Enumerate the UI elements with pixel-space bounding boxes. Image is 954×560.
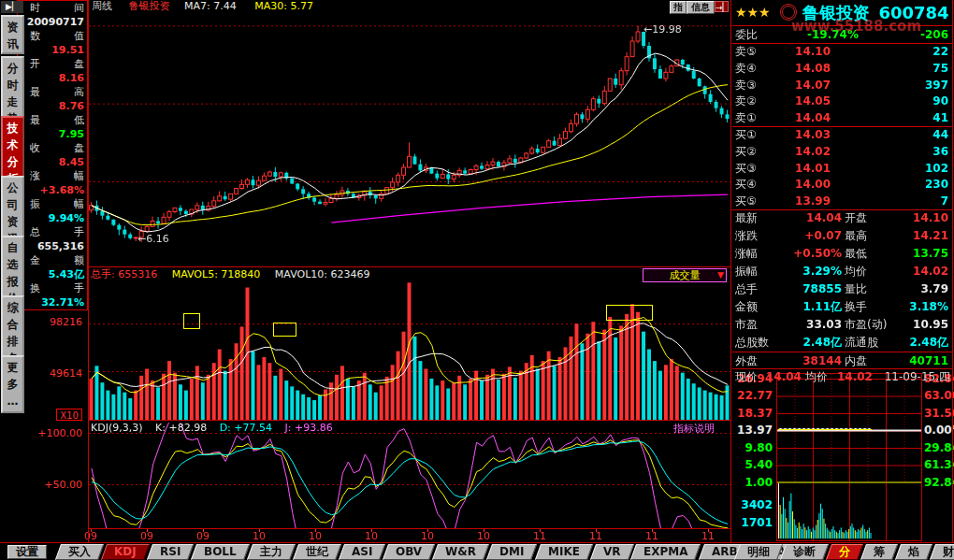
mini-price-label: 13.97 [732, 424, 773, 437]
volume-pane-header: 总手: 655316 MAVOL5: 718840 MAVOL10: 62346… [91, 268, 633, 280]
stats-value-right: 10.95 [913, 316, 948, 334]
info-value-7: +3.68% [18, 183, 87, 197]
order-book-level-label: 卖③ [735, 77, 757, 93]
x-axis-label: 10 [416, 530, 439, 542]
settings-button[interactable]: 设置 [7, 545, 47, 559]
info-value-4: 8.76 [18, 99, 87, 113]
indicator-tab-rsi[interactable]: RSI [147, 544, 195, 560]
indicator-tab-mike[interactable]: MIKE [535, 544, 593, 560]
detail-tab-1[interactable]: 明细 [734, 544, 783, 560]
collapse-sidebar-button[interactable]: ▶▏ [1, 1, 23, 13]
indicator-tab-bar: 设置买入KDJRSIBOLL主力世纪ASIOBVW&RDMIMIKEVREXPM… [7, 544, 808, 560]
stats-row: 总手78855量比3.79 [732, 280, 952, 298]
mini-percent-label: 31.50% [924, 408, 954, 420]
x-axis-label: 09 [192, 530, 214, 542]
info-label-10: 金额 [18, 253, 87, 267]
indicator-tab-主力[interactable]: 主力 [247, 544, 296, 560]
detail-tab-4[interactable]: 筹 [860, 544, 898, 560]
kdj-axis-label-50: +50.00 [13, 479, 82, 491]
stats-row: 总股数2.48亿流通股2.48亿 [732, 334, 952, 352]
candlestick-chart[interactable] [89, 13, 730, 266]
x-axis-label: 11 [528, 530, 551, 542]
order-book-row[interactable]: 买⑤13.997 [732, 193, 952, 209]
indicator-tab-boll[interactable]: BOLL [191, 544, 250, 560]
info-button[interactable]: 信息 [687, 1, 715, 14]
detail-tab-5[interactable]: 焰 [895, 544, 932, 560]
stats-value-right: 13.75 [913, 245, 948, 263]
order-book-level-label: 买② [735, 143, 757, 160]
info-value-3: 8.16 [18, 71, 87, 85]
spot-price-label: 现价 [735, 369, 758, 385]
kdj-chart[interactable] [89, 423, 730, 529]
stock-name-label: 鲁银投资 [129, 0, 170, 12]
volume-chart[interactable] [89, 280, 730, 420]
mavol5-label: MAVOL5: 718840 [172, 268, 261, 280]
order-book-row[interactable]: 卖③14.07397 [732, 77, 952, 93]
indicator-tab-asi[interactable]: ASI [339, 544, 386, 560]
order-book-volume: 230 [925, 176, 948, 193]
order-book-row[interactable]: 买③14.01102 [732, 160, 952, 177]
indicator-tab-世纪[interactable]: 世纪 [293, 544, 341, 560]
stats-row: 市盈33.03市盈(动)10.95 [732, 316, 952, 334]
x-axis-label: 11 [585, 530, 607, 542]
stats-value-left: 14.04 [781, 209, 842, 227]
order-book-level-label: 卖④ [735, 60, 757, 77]
mini-price-label: 22.77 [732, 390, 773, 402]
detail-tab-2[interactable]: 诊断 [780, 544, 829, 560]
sidebar-item-7[interactable]: 更多… [1, 355, 24, 413]
order-book-level-label: 买⑤ [735, 193, 757, 209]
detail-tab-bar: 明细诊断分筹焰财务 [737, 544, 954, 560]
intraday-mini-chart[interactable] [776, 373, 922, 541]
order-book-row[interactable]: 卖④14.0875 [732, 60, 952, 77]
indicator-help-link[interactable]: 指标说明 [673, 422, 715, 436]
mini-percent-label: 0.00% [924, 424, 954, 437]
order-book-volume: 44 [932, 126, 948, 143]
vol-scale-badge: X10 [56, 409, 82, 421]
order-book-row[interactable]: 买④14.00230 [732, 176, 952, 193]
stats-label-right: 最低 [845, 245, 867, 263]
stats-label-right: 均价 [845, 263, 867, 280]
indicator-tab-dmi[interactable]: DMI [486, 544, 538, 560]
x-axis-label: 09 [80, 530, 102, 542]
stats-row: 振幅3.29%均价14.02 [732, 263, 952, 280]
order-book-row[interactable]: 买②14.0236 [732, 143, 952, 160]
stats-label-right: 开盘 [845, 209, 867, 227]
order-book-row[interactable]: 卖⑤14.1022 [732, 43, 952, 60]
stats-value-right: 14.21 [913, 227, 948, 245]
detail-tab-6[interactable]: 财务 [930, 544, 954, 560]
indicator-tab-w&r[interactable]: W&R [432, 544, 489, 560]
indicator-tab-obv[interactable]: OBV [383, 544, 435, 560]
mini-price-label: 1.00 [732, 477, 773, 489]
order-book-price: 14.07 [779, 77, 831, 93]
stats-value-right: 2.48亿 [909, 334, 948, 352]
chevron-down-icon: ▼ [717, 269, 724, 281]
kdj-d-label: D: +77.54 [220, 422, 272, 434]
mini-price-label: 18.37 [732, 408, 773, 420]
weibi-value: -206 [920, 26, 948, 43]
stats-value-left: +0.50% [781, 245, 842, 263]
order-book-row[interactable]: 卖②14.0590 [732, 93, 952, 109]
order-book-row[interactable]: 买①14.0344 [732, 126, 952, 143]
indicator-dropdown[interactable]: 成交量 ▼ [643, 268, 727, 282]
stats-value-left: +0.07 [781, 227, 842, 245]
kdj-name-label: KDJ(9,3,3) [91, 422, 143, 434]
indicator-tab-kdj[interactable]: KDJ [101, 544, 150, 560]
info-label-11: 换手 [18, 281, 87, 295]
sidebar-item-1[interactable]: 资讯 [1, 15, 24, 54]
indicator-tab-vr[interactable]: VR [589, 544, 633, 560]
x-axis-label: 10 [304, 530, 326, 542]
stats-label-left: 外盘 [735, 352, 758, 370]
indicator-button[interactable]: 指 [670, 1, 687, 14]
detail-tab-3[interactable]: 分 [826, 544, 863, 560]
indicator-tab-买入[interactable]: 买入 [55, 544, 104, 560]
order-book-price: 14.01 [779, 160, 831, 177]
stats-row: 最新14.04开盘14.10 [732, 209, 952, 227]
stats-label-left: 最新 [735, 209, 758, 227]
info-value-1: 20090717 [18, 15, 87, 29]
right-edge-border [952, 0, 953, 543]
close-panel-button[interactable]: →▏ [715, 1, 729, 12]
order-book-row[interactable]: 卖①14.0441 [732, 109, 952, 126]
mini-percent-label: 92.84% [924, 477, 954, 489]
indicator-tab-expma[interactable]: EXPMA [630, 544, 701, 560]
kdj-k-label: K: +82.98 [155, 422, 207, 434]
